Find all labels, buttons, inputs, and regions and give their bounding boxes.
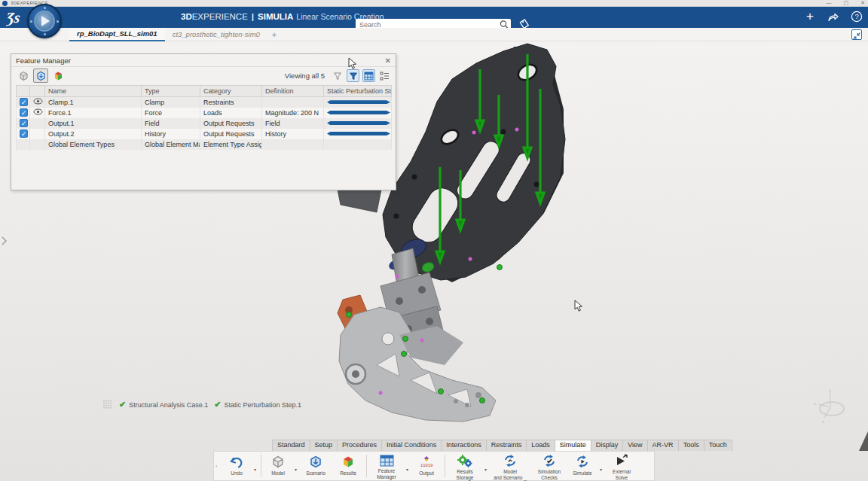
compass-play-icon xyxy=(41,16,50,26)
minimize-button[interactable]: — xyxy=(827,0,832,6)
col-name[interactable]: Name xyxy=(45,86,142,97)
model-and-scenario-button[interactable]: Model and Scenario _ xyxy=(489,452,531,479)
analysis-case-status[interactable]: ✔ Structural Analysis Case.1 xyxy=(119,400,208,409)
filter-icon[interactable] xyxy=(331,69,344,82)
simulate-button[interactable]: Simulate xyxy=(567,452,598,479)
search-input[interactable] xyxy=(356,21,499,29)
results-storage-button[interactable]: Results Storage xyxy=(448,452,482,479)
scenario-view-icon[interactable] xyxy=(33,68,48,83)
cell-name[interactable]: Global Element Types xyxy=(45,139,142,150)
results-icon xyxy=(341,454,356,470)
close-button[interactable]: ✕ xyxy=(860,0,865,6)
help-button[interactable]: ? xyxy=(850,10,863,23)
ribbon-tab-ar-vr[interactable]: AR-VR xyxy=(647,440,679,451)
feature-manager-icon xyxy=(379,454,395,467)
row-checkbox[interactable]: ✓ xyxy=(20,98,28,106)
toolbar-collapse-icon[interactable]: ‹ xyxy=(215,452,222,479)
document-tabbar: rp_BioDapt_SLL_sim01 ct3_prosthetic_tigh… xyxy=(0,28,868,41)
undo-icon xyxy=(229,454,244,470)
dassault-3ds-logo: Ʒs xyxy=(6,8,27,27)
feature-manager-button[interactable]: Feature Manager xyxy=(369,452,404,479)
output-icon: 11010 xyxy=(418,454,435,470)
col-category[interactable]: Category xyxy=(200,86,262,97)
expand-panel-chevron-icon[interactable] xyxy=(1,236,8,246)
new-tab-button[interactable]: + xyxy=(267,30,281,39)
corner-widget xyxy=(859,431,868,451)
row-checkbox[interactable]: ✓ xyxy=(20,108,28,117)
model-and-scenario-icon xyxy=(503,454,518,468)
results-view-icon[interactable] xyxy=(50,68,66,83)
ribbon-tab-view[interactable]: View xyxy=(622,440,647,451)
external-solve-icon xyxy=(614,454,629,468)
ribbon-tab-display[interactable]: Display xyxy=(591,440,624,451)
activation-bar[interactable] xyxy=(327,100,390,104)
svg-text:11010: 11010 xyxy=(420,463,433,468)
cell-name[interactable]: Output.1 xyxy=(45,118,142,129)
ribbon-tab-simulate[interactable]: Simulate xyxy=(555,440,591,451)
viewing-count-label: Viewing all 5 xyxy=(285,72,325,80)
case-status-row: ✔ Structural Analysis Case.1 ✔ Static Pe… xyxy=(103,400,301,409)
collapse-window-icon[interactable] xyxy=(851,29,862,40)
doc-tab-inactive[interactable]: ct3_prosthetic_tighten-sim0 xyxy=(165,28,267,41)
action-toolbar: ‹ Undo ▾ Model ▾ Scenario Result xyxy=(213,451,655,481)
cell-name[interactable]: Output.2 xyxy=(45,129,142,139)
feature-manager-titlebar[interactable]: Feature Manager ✕ xyxy=(11,54,396,67)
ribbon-tab-restraints[interactable]: Restraints xyxy=(486,440,527,451)
3dexperience-compass-icon[interactable] xyxy=(27,4,62,38)
app-icon xyxy=(2,1,8,6)
maximize-button[interactable]: ▢ xyxy=(844,0,849,6)
tree-view-icon[interactable] xyxy=(378,69,391,82)
ribbon-tab-touch[interactable]: Touch xyxy=(704,440,732,451)
col-type[interactable]: Type xyxy=(142,86,200,97)
activation-bar[interactable] xyxy=(327,111,390,114)
table-header-row: Name Type Category Definition Static Per… xyxy=(17,86,392,97)
activation-bar[interactable] xyxy=(327,121,390,125)
app-title: 3DEXPERIENCE|SIMULIALinear Scenario Crea… xyxy=(181,12,384,21)
svg-text:?: ? xyxy=(854,12,858,20)
ribbon-tab-procedures[interactable]: Procedures xyxy=(337,440,382,451)
results-storage-icon xyxy=(457,454,473,468)
cell-name[interactable]: Clamp.1 xyxy=(45,97,142,108)
mesh-grid-icon xyxy=(103,400,113,409)
ribbon-tab-setup[interactable]: Setup xyxy=(310,440,338,451)
undo-button[interactable]: Undo xyxy=(222,452,252,479)
cell-name[interactable]: Force.1 xyxy=(45,108,142,118)
undo-dropdown-caret[interactable]: ▾ xyxy=(252,452,258,479)
row-checkbox[interactable]: ✓ xyxy=(20,119,28,127)
model-button[interactable]: Model xyxy=(264,452,292,479)
ribbon-tab-standard[interactable]: Standard xyxy=(272,440,310,451)
results-storage-dropdown-caret[interactable]: ▾ xyxy=(482,452,489,479)
ribbon-tab-initial-conditions[interactable]: Initial Conditions xyxy=(381,440,442,451)
panel-title: Feature Manager xyxy=(16,56,71,65)
add-button[interactable]: + xyxy=(803,10,817,23)
perturbation-step-status[interactable]: ✔ Static Perturbation Step.1 xyxy=(214,400,301,409)
output-button[interactable]: 11010 Output xyxy=(411,452,442,479)
view-axis-triad[interactable]: y x z xyxy=(808,386,854,425)
simulate-dropdown-caret[interactable]: ▾ xyxy=(598,452,604,479)
table-row: ✓ Clamp.1 Clamp Restraints xyxy=(17,97,392,108)
col-definition[interactable]: Definition xyxy=(262,86,324,97)
feature-manager-panel[interactable]: Feature Manager ✕ Viewing all 5 xyxy=(11,53,396,190)
activation-bar[interactable] xyxy=(327,132,390,135)
svg-text:Ʒs: Ʒs xyxy=(6,9,21,26)
model-view-icon[interactable] xyxy=(16,68,31,83)
col-static-perturbation[interactable]: Static Perturbation St... xyxy=(324,86,392,97)
feature-manager-dropdown-caret[interactable]: ▾ xyxy=(404,452,411,479)
panel-close-icon[interactable]: ✕ xyxy=(385,56,391,65)
visibility-eye-icon xyxy=(33,98,43,105)
external-solve-button[interactable]: External Solve xyxy=(604,452,639,479)
ribbon-tab-interactions[interactable]: Interactions xyxy=(441,440,487,451)
results-button[interactable]: Results xyxy=(332,452,364,479)
ribbon-tab-tools[interactable]: Tools xyxy=(678,440,704,451)
row-checkbox[interactable]: ✓ xyxy=(20,129,28,138)
filter-active-icon[interactable] xyxy=(347,69,359,82)
model-icon xyxy=(270,454,286,470)
table-view-icon[interactable] xyxy=(362,69,375,82)
simulation-checks-button[interactable]: Simulation Checks xyxy=(531,452,567,479)
3d-viewport[interactable]: Feature Manager ✕ Viewing all 5 xyxy=(0,41,868,481)
doc-tab-active[interactable]: rp_BioDapt_SLL_sim01 xyxy=(69,28,165,41)
share-button[interactable] xyxy=(827,10,840,23)
model-dropdown-caret[interactable]: ▾ xyxy=(292,452,299,479)
ribbon-tab-loads[interactable]: Loads xyxy=(526,440,555,451)
scenario-button[interactable]: Scenario xyxy=(299,452,332,479)
